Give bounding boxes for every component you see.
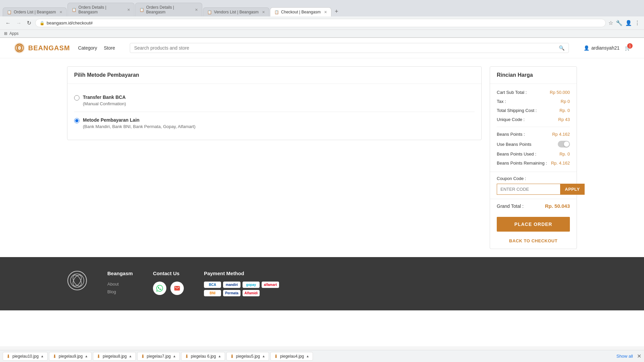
browser-toolbar: ← → ↻ 🔒 beangasm.id/checkout# ☆ 🔧 👤 ⋮ xyxy=(0,16,644,30)
toolbar-icons: ☆ 🔧 👤 ⋮ xyxy=(608,20,640,26)
tab-close-4[interactable]: ✕ xyxy=(262,10,265,14)
forward-button[interactable]: → xyxy=(15,19,23,27)
email-icon[interactable] xyxy=(170,282,184,295)
coupon-input[interactable] xyxy=(497,184,560,195)
radio-bca[interactable] xyxy=(74,95,79,101)
coupon-section: Coupon Code : APPLY xyxy=(490,172,577,199)
back-to-checkout-link[interactable]: BACK TO CHECKOUT xyxy=(490,236,577,249)
footer-payment-title: Payment Method xyxy=(204,270,279,276)
payment-section: Pilih Metode Pembayaran Transfer Bank BC… xyxy=(67,66,482,140)
beans-used-value: Rp. 0 xyxy=(559,152,570,157)
url-text: beangasm.id/checkout# xyxy=(47,20,93,25)
browser-chrome: 📋 Orders List | Beangasm ✕ 📋 Orders Deta… xyxy=(0,0,644,38)
cart-subtotal-label: Cart Sub Total : xyxy=(497,90,527,95)
beans-used-label: Beans Points Used : xyxy=(497,152,536,157)
address-bar[interactable]: 🔒 beangasm.id/checkout# xyxy=(35,19,606,27)
apps-bar: ⊞ Apps xyxy=(0,30,644,38)
alfamart-logo: alfamart xyxy=(262,282,279,288)
tab-close-5[interactable]: ✕ xyxy=(324,10,327,14)
bni-logo: BNI xyxy=(204,290,221,296)
price-divider xyxy=(497,127,570,127)
tab-orders-details-1[interactable]: 📋 Orders Details | Beangasm ✕ xyxy=(67,3,135,16)
payment-logos: BCA mandiri gopay alfamart BNI Permata A… xyxy=(204,282,279,296)
footer-blog-link[interactable]: Blog xyxy=(107,289,133,294)
tax-label: Tax : xyxy=(497,99,506,104)
user-icon: 👤 xyxy=(584,45,589,51)
permata-logo: Permata xyxy=(223,290,240,296)
new-tab-button[interactable]: + xyxy=(332,7,341,16)
grand-total-label: Grand Total : xyxy=(497,203,524,209)
search-icon[interactable]: 🔍 xyxy=(559,45,565,51)
header-icons: 👤 ardiansyah21 🛒 1 xyxy=(584,45,631,51)
nav-category[interactable]: Category xyxy=(78,45,97,51)
alfamidi-logo: Alfamidi xyxy=(243,290,260,296)
tab-orders-details-2[interactable]: 📋 Orders Details | Beangasm ✕ xyxy=(135,3,202,16)
email-svg xyxy=(174,285,180,292)
username: ardiansyah21 xyxy=(591,45,620,51)
contact-icons xyxy=(153,282,184,295)
extensions-icon[interactable]: 🔧 xyxy=(616,20,623,26)
unique-code-row: Unique Code : Rp 43 xyxy=(497,115,570,124)
tax-row: Tax : Rp 0 xyxy=(497,97,570,106)
beans-remaining-row: Beans Points Remaining : Rp. 4.162 xyxy=(497,159,570,168)
site-header: BEANGASM Category Store 🔍 👤 ardiansyah21… xyxy=(0,38,644,58)
beans-remaining-label: Beans Points Remaining : xyxy=(497,161,547,166)
beans-points-value: Rp 4.162 xyxy=(552,132,570,137)
cart-subtotal-row: Cart Sub Total : Rp 50.000 xyxy=(497,88,570,97)
tab-bar: 📋 Orders List | Beangasm ✕ 📋 Orders Deta… xyxy=(0,3,644,16)
main-area: Pilih Metode Pembayaran Transfer Bank BC… xyxy=(0,58,644,257)
apply-button[interactable]: APPLY xyxy=(560,184,585,195)
payment-lain-name: Metode Pembayaran Lain xyxy=(83,117,196,123)
radio-lain[interactable] xyxy=(74,118,79,123)
toggle-knob xyxy=(564,141,569,147)
apps-label: Apps xyxy=(9,31,18,36)
unique-code-label: Unique Code : xyxy=(497,117,525,122)
tab-close-2[interactable]: ✕ xyxy=(127,8,130,12)
footer-contact-col: Contact Us xyxy=(153,270,184,295)
coupon-input-row: APPLY xyxy=(497,184,570,195)
payment-section-title: Pilih Metode Pembayaran xyxy=(67,67,481,84)
place-order-button[interactable]: PLACE ORDER xyxy=(497,217,570,232)
tax-value: Rp 0 xyxy=(561,99,570,104)
bookmark-icon[interactable]: ☆ xyxy=(608,20,613,26)
menu-icon[interactable]: ⋮ xyxy=(635,20,640,26)
tab-orders-list[interactable]: 📋 Orders List | Beangasm ✕ xyxy=(3,7,67,16)
whatsapp-icon[interactable] xyxy=(153,282,166,295)
footer-beangasm-col: Beangasm About Blog xyxy=(107,270,133,297)
price-details: Cart Sub Total : Rp 50.000 Tax : Rp 0 To… xyxy=(490,84,577,172)
footer-about-link[interactable]: About xyxy=(107,282,133,287)
cart-button[interactable]: 🛒 1 xyxy=(625,45,631,51)
grand-total-section: Grand Total : Rp. 50.043 xyxy=(490,199,577,213)
tab-close-3[interactable]: ✕ xyxy=(195,8,198,12)
grand-total-value: Rp. 50.043 xyxy=(545,203,570,209)
use-beans-label: Use Beans Points xyxy=(497,142,531,147)
beans-used-row: Beans Points Used : Rp. 0 xyxy=(497,149,570,159)
tab-checkout[interactable]: 📋 Checkout | Beangasm ✕ xyxy=(270,7,331,16)
gopay-logo: gopay xyxy=(243,282,260,288)
whatsapp-svg xyxy=(156,285,163,292)
reload-button[interactable]: ↻ xyxy=(25,18,33,27)
grand-total-row: Grand Total : Rp. 50.043 xyxy=(497,203,570,209)
tab-vendors-list[interactable]: 📋 Vendors List | Beangasm ✕ xyxy=(203,7,269,16)
shipping-value: Rp. 0 xyxy=(559,108,570,113)
logo-text: BEANGASM xyxy=(28,44,70,52)
use-beans-row: Use Beans Points xyxy=(497,139,570,149)
shipping-label: Total Shipping Cost : xyxy=(497,108,537,113)
beans-toggle[interactable] xyxy=(558,141,570,147)
unique-code-value: Rp 43 xyxy=(558,117,570,122)
logo-icon xyxy=(13,42,25,54)
search-bar[interactable]: 🔍 xyxy=(130,43,569,53)
profile-icon[interactable]: 👤 xyxy=(625,20,632,26)
nav-store[interactable]: Store xyxy=(104,45,115,51)
tab-close-1[interactable]: ✕ xyxy=(59,10,62,14)
site-footer: Beangasm About Blog Contact Us Payme xyxy=(0,257,644,310)
payment-bca-desc: (Manual Confirmation) xyxy=(83,101,126,106)
svg-point-7 xyxy=(71,274,83,287)
price-section-title: Rincian Harga xyxy=(490,67,577,84)
search-input[interactable] xyxy=(134,45,556,51)
logo[interactable]: BEANGASM xyxy=(13,42,70,54)
footer-beangasm-title: Beangasm xyxy=(107,270,133,276)
beans-remaining-value: Rp. 4.162 xyxy=(551,161,570,166)
back-button[interactable]: ← xyxy=(4,19,12,27)
user-area[interactable]: 👤 ardiansyah21 xyxy=(584,45,620,51)
